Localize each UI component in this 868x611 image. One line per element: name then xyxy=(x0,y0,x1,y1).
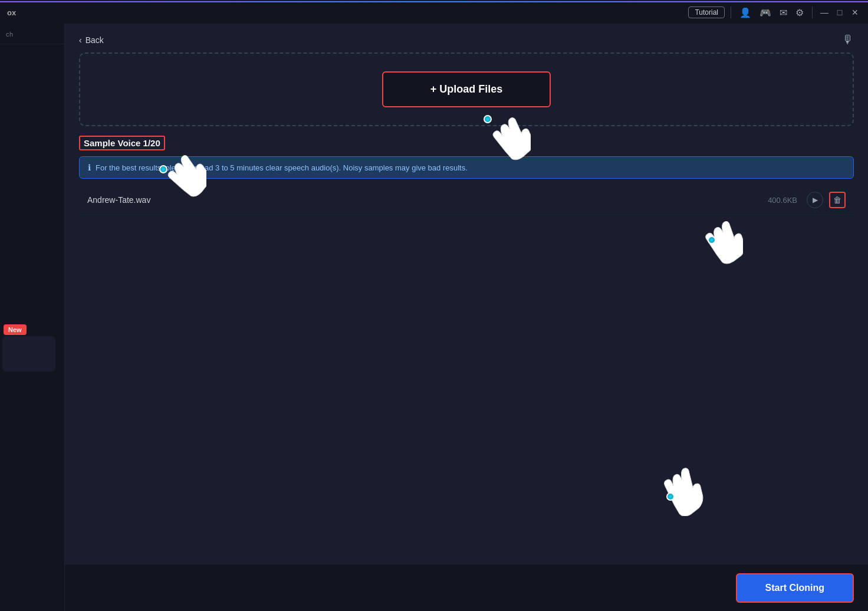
sidebar-new-item[interactable] xyxy=(2,336,55,372)
file-item: Andrew-Tate.wav 400.6KB ▶ 🗑 xyxy=(79,186,854,215)
sample-voice-title: Sample Voice 1/20 xyxy=(79,136,165,150)
upload-files-button[interactable]: + Upload Files xyxy=(382,71,551,107)
discord-icon[interactable]: 🎮 xyxy=(757,6,774,19)
bottom-bar: Start Cloning xyxy=(65,564,868,611)
maximize-button[interactable]: □ xyxy=(834,6,846,18)
settings-icon[interactable]: ⚙ xyxy=(793,6,806,19)
back-arrow-icon: ‹ xyxy=(79,35,82,45)
delete-button[interactable]: 🗑 xyxy=(829,192,846,208)
titlebar: ox Tutorial 👤 🎮 ✉ ⚙ — □ ✕ xyxy=(0,0,868,24)
sidebar: ch New xyxy=(0,24,65,611)
tutorial-button[interactable]: Tutorial xyxy=(688,6,725,18)
close-button[interactable]: ✕ xyxy=(849,6,861,18)
file-size: 400.6KB xyxy=(768,196,797,205)
back-label: Back xyxy=(86,35,104,45)
sidebar-search-label: ch xyxy=(0,24,64,40)
separator xyxy=(731,6,731,18)
new-badge: New xyxy=(4,324,27,335)
info-text: For the best results, please upload 3 to… xyxy=(96,163,468,172)
info-icon: ℹ xyxy=(88,163,91,172)
main-content: ‹ Back 🎙 + Upload Files Sample Voice 1/2… xyxy=(65,24,868,611)
info-bar: ℹ For the best results, please upload 3 … xyxy=(79,156,854,179)
play-button[interactable]: ▶ xyxy=(807,192,823,208)
file-name: Andrew-Tate.wav xyxy=(87,195,768,205)
file-actions: ▶ 🗑 xyxy=(807,192,846,208)
titlebar-controls: Tutorial 👤 🎮 ✉ ⚙ — □ ✕ xyxy=(688,6,861,19)
minimize-button[interactable]: — xyxy=(818,6,830,18)
mail-icon[interactable]: ✉ xyxy=(777,6,790,19)
user-icon[interactable]: 👤 xyxy=(737,6,754,19)
back-button[interactable]: ‹ Back xyxy=(79,35,104,45)
app-title: ox xyxy=(7,8,16,17)
page-header: ‹ Back 🎙 xyxy=(65,24,868,52)
microphone-icon[interactable]: 🎙 xyxy=(842,33,854,47)
sidebar-divider xyxy=(0,44,64,44)
sample-voice-section: Sample Voice 1/20 ℹ For the best results… xyxy=(79,136,854,215)
separator2 xyxy=(812,6,813,18)
start-cloning-button[interactable]: Start Cloning xyxy=(736,573,854,603)
upload-dropzone[interactable]: + Upload Files xyxy=(79,52,854,126)
